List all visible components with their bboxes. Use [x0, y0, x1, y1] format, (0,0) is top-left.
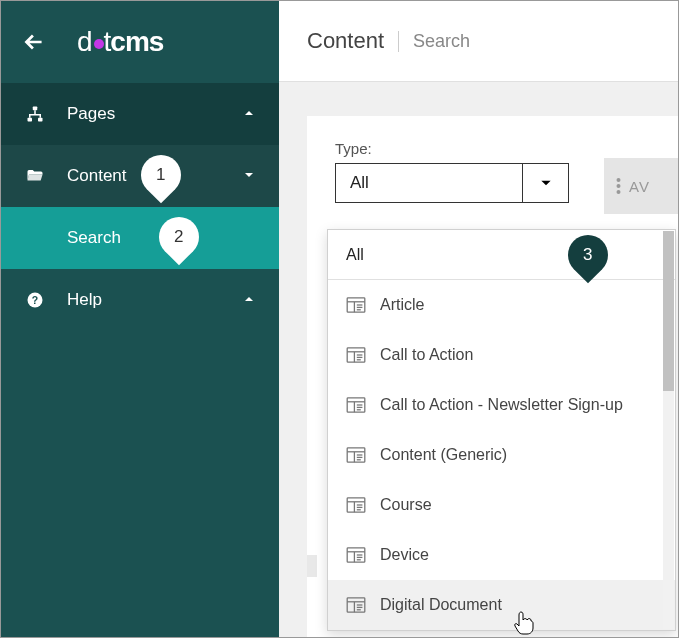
dropdown-option-label: Course — [380, 496, 432, 514]
logo-dot — [94, 39, 104, 49]
logo-text-2: t — [104, 26, 111, 58]
content-type-icon — [346, 447, 366, 463]
dropdown-option[interactable]: Course — [328, 480, 675, 530]
logo-text-1: d — [77, 26, 92, 58]
dots-vertical-icon — [616, 178, 621, 194]
content-type-icon — [346, 497, 366, 513]
page-subtitle: Search — [398, 31, 470, 52]
sidebar: dtcms Pages Content 1 Search 2 — [1, 1, 279, 637]
chevron-up-icon — [243, 291, 255, 309]
svg-point-7 — [617, 190, 621, 194]
folder-open-icon — [25, 167, 45, 185]
dropdown-option-label: Call to Action — [380, 346, 473, 364]
svg-point-5 — [617, 178, 621, 182]
chevron-down-icon — [243, 167, 255, 185]
dropdown-option[interactable]: Call to Action — [328, 330, 675, 380]
content-type-icon — [346, 397, 366, 413]
sitemap-icon — [25, 105, 45, 123]
logo: dtcms — [77, 26, 163, 58]
available-actions-button[interactable]: AV — [604, 158, 678, 214]
sidebar-header: dtcms — [1, 1, 279, 83]
dropdown-option-all[interactable]: All — [328, 230, 675, 280]
type-label: Type: — [335, 140, 650, 157]
dropdown-option[interactable]: Article — [328, 280, 675, 330]
dropdown-option-label: Digital Document — [380, 596, 502, 614]
content-type-icon — [346, 347, 366, 363]
nav: Pages Content 1 Search 2 ? Help — [1, 83, 279, 331]
page-title: Content — [307, 28, 384, 54]
sidebar-item-content[interactable]: Content 1 — [1, 145, 279, 207]
svg-rect-1 — [28, 118, 33, 122]
dropdown-option-label: All — [346, 246, 364, 264]
svg-rect-0 — [33, 107, 38, 111]
chevron-up-icon — [243, 105, 255, 123]
dropdown-option-digital-document[interactable]: Digital Document 3 — [328, 580, 675, 630]
dropdown-option[interactable]: Content (Generic) — [328, 430, 675, 480]
sidebar-item-help[interactable]: ? Help — [1, 269, 279, 331]
scrollbar-thumb[interactable] — [663, 231, 674, 391]
decorative-strip — [307, 555, 317, 577]
dropdown-option[interactable]: Call to Action - Newsletter Sign-up — [328, 380, 675, 430]
back-button[interactable] — [21, 29, 47, 55]
sidebar-subitem-search[interactable]: Search 2 — [1, 207, 279, 269]
callout-2: 2 — [151, 209, 208, 266]
content-type-icon — [346, 597, 366, 613]
dropdown-option-label: Content (Generic) — [380, 446, 507, 464]
dropdown-option-label: Call to Action - Newsletter Sign-up — [380, 396, 623, 414]
chevron-down-icon — [522, 164, 568, 202]
callout-1: 1 — [133, 147, 190, 204]
logo-text-3: cms — [110, 26, 163, 58]
content-type-icon — [346, 297, 366, 313]
svg-text:?: ? — [32, 294, 38, 306]
page-header: Content Search — [279, 1, 678, 82]
content-type-icon — [346, 547, 366, 563]
button-label: AV — [629, 178, 650, 195]
svg-rect-2 — [38, 118, 43, 122]
sidebar-item-pages[interactable]: Pages — [1, 83, 279, 145]
help-icon: ? — [25, 291, 45, 309]
sidebar-item-label: Pages — [67, 104, 243, 124]
type-dropdown: All Article Call to Action Call to Actio… — [327, 229, 676, 631]
sidebar-subitem-label: Search — [67, 228, 121, 248]
dropdown-scrollbar[interactable] — [663, 231, 674, 629]
svg-point-6 — [617, 184, 621, 188]
dropdown-option[interactable]: Device — [328, 530, 675, 580]
sidebar-item-label: Help — [67, 290, 243, 310]
dropdown-option-label: Device — [380, 546, 429, 564]
type-select-value: All — [336, 164, 522, 202]
type-select[interactable]: All — [335, 163, 569, 203]
dropdown-option-label: Article — [380, 296, 424, 314]
